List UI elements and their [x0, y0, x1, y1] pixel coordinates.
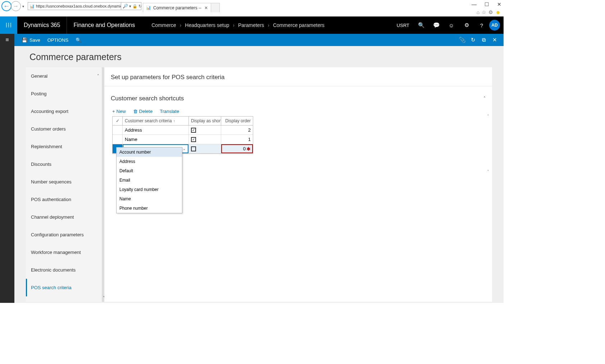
close-tab-icon[interactable]: ✕ — [204, 5, 208, 10]
feedback-icon[interactable]: ☺ — [444, 17, 459, 34]
favorites-icon[interactable]: ☆ — [482, 9, 486, 15]
module-title[interactable]: Finance and Operations — [67, 17, 141, 34]
sidenav-item-channel-deployment[interactable]: Channel deployment — [26, 208, 104, 226]
dropdown-option[interactable]: Default — [117, 166, 182, 176]
shortcut-checkbox[interactable]: ✓ — [191, 137, 196, 142]
criteria-cell[interactable]: Address — [123, 126, 189, 135]
dropdown-option[interactable]: Phone number — [117, 204, 182, 213]
col-shortcut[interactable]: Display as short... — [189, 117, 221, 125]
sidenav-item-general[interactable]: General˄ — [26, 67, 104, 85]
fasttab-header[interactable]: Customer search shortcuts ˄ — [111, 91, 486, 106]
shortcut-checkbox[interactable]: ✓ — [191, 128, 196, 133]
actionbar-search-icon[interactable]: 🔍 — [72, 34, 85, 46]
required-asterisk-icon: ✱ — [246, 146, 251, 151]
url-bar[interactable]: 📊 https://usnconeboxax1aos.cloud.onebox.… — [28, 2, 121, 10]
sidenav-item-pos-authentication[interactable]: POS authentication — [26, 191, 104, 208]
dropdown-option[interactable]: Email — [117, 176, 182, 185]
translate-button[interactable]: Translate — [160, 109, 179, 114]
help-icon[interactable]: ? — [474, 17, 489, 34]
sidenav-item-posting[interactable]: Posting — [26, 85, 104, 103]
product-title[interactable]: Dynamics 365 — [17, 22, 67, 28]
row-select-checkbox[interactable] — [113, 126, 123, 135]
divider — [104, 86, 492, 86]
dropdown-option[interactable]: Account number — [117, 147, 182, 157]
popout-icon[interactable]: ⧉ — [478, 34, 489, 46]
sidenav-item-label: Customer orders — [31, 126, 66, 132]
office-icon[interactable]: 📎 — [457, 34, 468, 46]
breadcrumb: Commerce› Headquarters setup› Parameters… — [151, 22, 324, 28]
scroll-down-icon[interactable]: ˅ — [487, 169, 489, 174]
new-button[interactable]: +New — [112, 109, 126, 114]
avatar[interactable]: AD — [489, 20, 500, 31]
table-row[interactable]: Name✓1 — [113, 135, 253, 144]
options-button[interactable]: OPTIONS — [44, 34, 72, 46]
messages-icon[interactable]: 💬 — [429, 17, 444, 34]
save-button[interactable]: 💾 Save — [18, 34, 44, 46]
bc-3[interactable]: Commerce parameters — [273, 22, 324, 28]
chevron-down-icon: ⌄ — [183, 147, 186, 151]
sidenav-item-customer-orders[interactable]: Customer orders — [26, 120, 104, 138]
trash-icon: 🗑 — [133, 109, 138, 114]
order-cell[interactable]: 0✱ — [221, 144, 253, 153]
refresh-icon[interactable]: ↻ — [468, 34, 478, 46]
order-cell[interactable]: 1 — [221, 135, 253, 144]
url-controls[interactable]: 🔎 ▾ 🔒 ↻ — [121, 2, 141, 10]
close-form-icon[interactable]: ✕ — [489, 34, 500, 46]
shortcut-cell[interactable]: ✓ — [189, 135, 221, 144]
search-icon[interactable]: 🔍 — [414, 17, 429, 34]
dropdown-option[interactable]: Name — [117, 194, 182, 204]
refresh-icon[interactable]: ↻ — [138, 4, 142, 9]
dropdown-option[interactable]: Address — [117, 157, 182, 166]
shortcut-cell[interactable] — [189, 144, 221, 153]
sidenav-item-electronic-documents[interactable]: Electronic documents — [26, 261, 104, 279]
table-row[interactable]: Address✓2 — [113, 126, 253, 135]
bc-2[interactable]: Parameters — [238, 22, 264, 28]
col-order[interactable]: Display order — [221, 117, 253, 125]
lock-icon: 🔒 — [132, 4, 137, 9]
sidenav-item-label: Channel deployment — [31, 214, 74, 220]
company-picker[interactable]: USRT — [392, 23, 414, 28]
sidenav-item-replenishment[interactable]: Replenishment — [26, 138, 104, 155]
bc-1[interactable]: Headquarters setup — [185, 22, 229, 28]
delete-button[interactable]: 🗑Delete — [133, 109, 153, 114]
criteria-dropdown[interactable]: Account numberAddressDefaultEmailLoyalty… — [116, 147, 182, 213]
scroll-up-icon[interactable]: ˄ — [487, 114, 489, 119]
sidenav-splitter[interactable] — [102, 67, 104, 302]
shortcut-checkbox[interactable] — [191, 146, 196, 151]
row-select-checkbox[interactable] — [113, 135, 123, 144]
sidenav-item-discounts[interactable]: Discounts — [26, 155, 104, 173]
hamburger-icon[interactable]: ≡ — [0, 34, 14, 46]
dropdown-option[interactable]: Loyalty card number — [117, 185, 182, 194]
window-restore-button[interactable]: ☐ — [485, 1, 489, 7]
browser-forward-button[interactable]: → — [11, 1, 21, 11]
settings-icon[interactable]: ⚙ — [459, 17, 474, 34]
select-all-checkbox[interactable]: ✓ — [113, 117, 123, 125]
sort-asc-icon: ↑ — [173, 119, 175, 123]
form-sidenav: General˄PostingAccounting exportCustomer… — [26, 67, 104, 302]
tab-title: Commerce parameters -- — [153, 5, 201, 10]
sidenav-item-workforce-management[interactable]: Workforce management — [26, 244, 104, 261]
col-criteria[interactable]: Customer search criteria ↑ — [123, 117, 189, 125]
bc-0[interactable]: Commerce — [151, 22, 176, 28]
app-launcher-icon[interactable]: ⁞⁞⁞ — [0, 17, 17, 34]
emoji-icon[interactable]: ☻ — [495, 9, 501, 15]
search-icon: 🔎 — [123, 4, 128, 9]
browser-back-button[interactable]: ← — [1, 1, 12, 11]
sidenav-item-accounting-export[interactable]: Accounting export — [26, 103, 104, 120]
shortcut-cell[interactable]: ✓ — [189, 126, 221, 135]
browser-tab[interactable]: 📊 Commerce parameters -- ✕ — [143, 3, 211, 12]
sidenav-item-configuration-parameters[interactable]: Configuration parameters — [26, 226, 104, 244]
sidenav-item-number-sequences[interactable]: Number sequences — [26, 173, 104, 191]
sidenav-item-label: Replenishment — [31, 144, 62, 149]
home-icon[interactable]: ⌂ — [477, 9, 479, 15]
order-cell[interactable]: 2 — [221, 126, 253, 135]
window-minimize-button[interactable]: — — [472, 1, 477, 7]
window-close-button[interactable]: ✕ — [497, 1, 501, 7]
sidenav-item-pos-search-criteria[interactable]: POS search criteria — [26, 279, 104, 296]
chevron-up-icon: ˄ — [483, 96, 486, 101]
browser-recent-button[interactable]: ▾ — [21, 4, 26, 8]
new-tab-button[interactable] — [211, 3, 220, 12]
plus-icon: + — [112, 109, 115, 114]
criteria-cell[interactable]: Name — [123, 135, 189, 144]
tools-icon[interactable]: ⚙ — [488, 9, 493, 15]
